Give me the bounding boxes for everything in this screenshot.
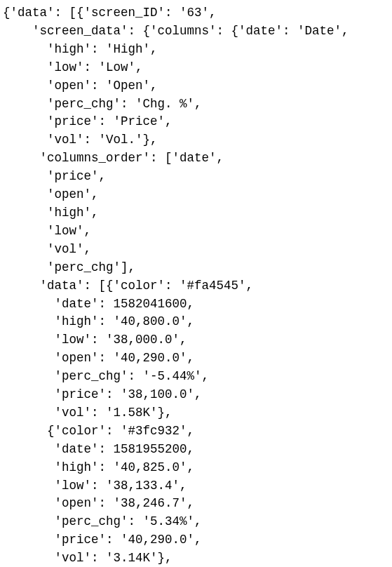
code-block: {'data': [{'screen_ID': '63', 'screen_da… <box>0 0 392 567</box>
